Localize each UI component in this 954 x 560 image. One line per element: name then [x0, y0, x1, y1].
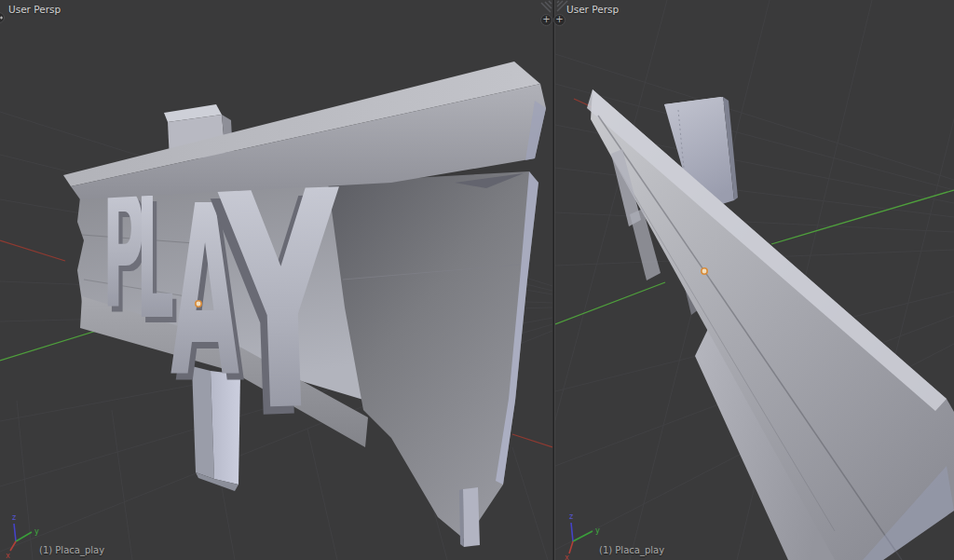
gizmo-y-label: y: [34, 527, 39, 536]
gizmo-x-label: x: [6, 552, 10, 560]
scene-canvas-right[interactable]: z y x: [555, 0, 954, 560]
object-origin-dot[interactable]: [702, 268, 707, 274]
blender-split-3d-view: P P L L A A Y Y: [0, 0, 954, 560]
viewport-left[interactable]: P P L L A A Y Y: [0, 0, 552, 560]
object-origin-dot[interactable]: [196, 301, 201, 307]
expand-toolshelf-button-right[interactable]: +: [553, 14, 566, 26]
gizmo-z-label: z: [569, 512, 573, 521]
scene-canvas-left[interactable]: P P L L A A Y Y: [0, 0, 552, 560]
panel-foot-tab: [463, 487, 480, 547]
expand-properties-panel-button-left[interactable]: +: [540, 14, 552, 26]
viewport-right[interactable]: z y x User Persp (1) Placa_play: [555, 0, 954, 560]
gizmo-y-label: y: [595, 526, 600, 535]
gizmo-x-label: x: [565, 553, 569, 560]
gizmo-z-label: z: [12, 513, 16, 522]
